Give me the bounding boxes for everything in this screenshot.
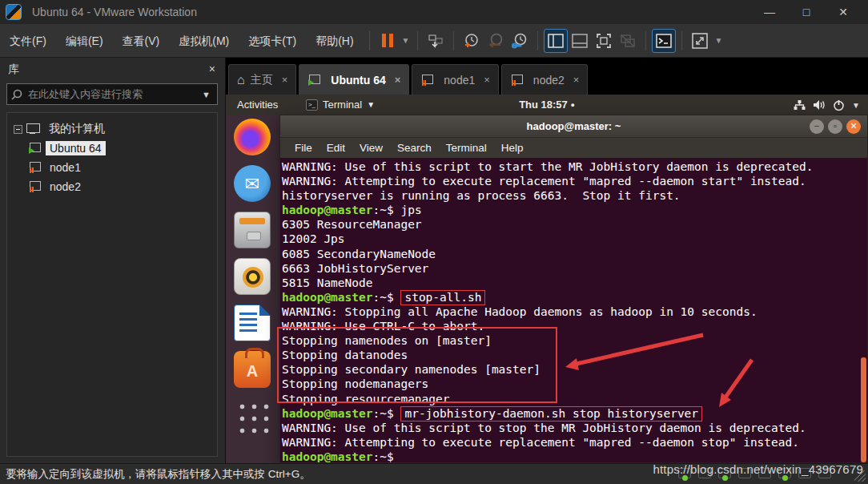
close-button[interactable]: ✕ [825, 0, 862, 24]
tab-close-icon[interactable]: × [392, 74, 401, 86]
terminal-text: WARNING: Stopping all Apache Hadoop daem… [282, 305, 757, 318]
files-icon[interactable] [234, 212, 271, 248]
show-console-toggle[interactable] [652, 29, 676, 53]
terminal-menu-view[interactable]: View [360, 142, 383, 154]
suspend-dropdown-icon[interactable]: ▼ [400, 36, 412, 45]
menu-tabs[interactable]: 选项卡(T) [239, 24, 306, 58]
vm-tree: 我的计算机 Ubuntu 64 node1 node2 [6, 112, 218, 457]
terminal-line: WARNING: Attempting to execute replaceme… [282, 435, 867, 450]
clock[interactable]: Thu 18:57 ● [226, 95, 868, 115]
guest-screen[interactable]: Activities >_ Terminal ▼ Thu 18:57 ● ▼ ✉… [226, 95, 868, 463]
terminal-line: Stopping secondary namenodes [master] [282, 362, 867, 377]
terminal-window[interactable]: hadoop@master: ~ − ▫ ✕ File Edit View Se… [279, 115, 868, 463]
computer-icon [26, 123, 40, 135]
system-tray[interactable]: ▼ [794, 95, 860, 115]
terminal-line: Stopping resourcemanager [282, 392, 867, 406]
tab-strip: ⌂ 主页 × Ubuntu 64 × node1 × node2 × [226, 58, 868, 95]
terminal-title-bar[interactable]: hadoop@master: ~ − ▫ ✕ [280, 115, 867, 138]
menu-help[interactable]: 帮助(H) [306, 24, 363, 58]
terminal-close-button[interactable]: ✕ [846, 119, 861, 134]
menu-file[interactable]: 文件(F) [0, 24, 56, 58]
take-snapshot-button[interactable] [460, 29, 484, 53]
notification-dot: ● [570, 101, 574, 109]
watermark: https://blog.csdn.net/weixin_43967679 [653, 462, 863, 476]
fullscreen-button[interactable] [592, 29, 616, 53]
send-ctrl-alt-del-button[interactable] [424, 29, 448, 53]
terminal-text: :~$ [373, 204, 401, 216]
terminal-line: 6305 ResourceManager [282, 217, 867, 232]
terminal-text: WARNING: Use of this script to start the… [282, 160, 813, 173]
revert-snapshot-button[interactable] [484, 29, 508, 53]
tab-node2[interactable]: node2 × [501, 64, 589, 95]
library-close-icon[interactable]: × [209, 63, 215, 75]
manage-snapshots-button[interactable] [508, 29, 532, 53]
terminal-menu-help[interactable]: Help [501, 142, 524, 154]
terminal-line: Stopping datanodes [282, 348, 867, 362]
terminal-minimize-button[interactable]: − [810, 119, 824, 134]
search-dropdown-icon[interactable]: ▼ [195, 90, 217, 99]
library-search-box[interactable]: ▼ [6, 83, 218, 105]
search-icon [7, 88, 28, 101]
tree-item-node1[interactable]: node1 [28, 158, 217, 177]
rhythmbox-icon[interactable] [234, 258, 271, 295]
toolbar-separator [645, 31, 646, 50]
terminal-command-highlighted: stop-all.sh [400, 290, 485, 305]
terminal-line: hadoop@master:~$ jps [282, 203, 867, 217]
terminal-menu-terminal[interactable]: Terminal [446, 142, 487, 154]
tree-item-ubuntu64[interactable]: Ubuntu 64 [28, 139, 217, 158]
terminal-menu-edit[interactable]: Edit [327, 142, 345, 154]
terminal-lines[interactable]: WARNING: Use of this script to start the… [280, 158, 867, 462]
gnome-top-bar: Activities >_ Terminal ▼ Thu 18:57 ● ▼ [226, 95, 868, 115]
terminal-text: WARNING: Use of this script to stop the … [282, 421, 806, 434]
stretch-dropdown-icon[interactable]: ▼ [712, 36, 725, 45]
search-input[interactable] [28, 88, 195, 100]
suspend-vm-button[interactable] [376, 29, 400, 53]
app-grid-icon[interactable] [234, 397, 271, 434]
tab-node1[interactable]: node1 × [412, 64, 499, 95]
terminal-prompt: hadoop@master [282, 291, 373, 304]
library-header: 库 × [0, 63, 225, 80]
menu-vm[interactable]: 虚拟机(M) [169, 24, 239, 58]
terminal-maximize-button[interactable]: ▫ [828, 119, 842, 134]
terminal-text: Stopping nodemanagers [282, 377, 428, 390]
terminal-text: WARNING: Attempting to execute replaceme… [282, 175, 806, 188]
terminal-menu-search[interactable]: Search [397, 142, 432, 154]
terminal-text: jps [400, 204, 421, 216]
maximize-button[interactable]: □ [788, 0, 825, 24]
toolbar-separator [681, 31, 682, 50]
power-icon [833, 99, 845, 111]
terminal-text: 5815 NameNode [282, 276, 373, 289]
tree-root-my-computer[interactable]: 我的计算机 [7, 119, 217, 139]
terminal-line: Stopping nodemanagers [282, 377, 867, 391]
ubuntu-software-icon[interactable]: A [234, 351, 271, 388]
thunderbird-icon[interactable]: ✉ [234, 165, 271, 202]
minimize-button[interactable]: — [751, 0, 788, 24]
dock: ✉ A [229, 119, 275, 444]
terminal-line: WARNING: Use of this script to start the… [282, 159, 867, 174]
terminal-prompt: hadoop@master [282, 204, 373, 216]
show-library-toggle[interactable] [544, 29, 568, 53]
tab-ubuntu64[interactable]: Ubuntu 64 × [299, 64, 409, 95]
terminal-text: 6305 ResourceManager [282, 218, 422, 231]
tab-close-icon[interactable]: × [279, 74, 288, 86]
menu-edit[interactable]: 编辑(E) [56, 24, 113, 58]
collapse-icon[interactable] [14, 125, 22, 134]
chevron-down-icon: ▼ [852, 101, 860, 110]
tab-home[interactable]: ⌂ 主页 × [228, 64, 296, 95]
tab-close-icon[interactable]: × [570, 74, 580, 86]
terminal-line: 12002 Jps [282, 232, 867, 246]
menu-view[interactable]: 查看(V) [113, 24, 170, 58]
tree-item-node2[interactable]: node2 [28, 177, 217, 196]
show-thumbnail-bar-toggle[interactable] [568, 29, 592, 53]
terminal-text: 12002 Jps [282, 232, 345, 245]
stretch-guest-button[interactable] [688, 29, 712, 53]
unity-mode-button[interactable] [616, 29, 640, 53]
terminal-title: hadoop@master: ~ [280, 115, 867, 138]
firefox-icon[interactable] [234, 119, 271, 155]
libreoffice-writer-icon[interactable] [234, 305, 271, 341]
terminal-line: WARNING: Use CTRL-C to abort. [282, 319, 867, 333]
terminal-menu-file[interactable]: File [295, 142, 312, 154]
tab-close-icon[interactable]: × [480, 74, 490, 86]
library-title: 库 [8, 63, 19, 77]
terminal-scrollbar[interactable] [861, 357, 866, 462]
